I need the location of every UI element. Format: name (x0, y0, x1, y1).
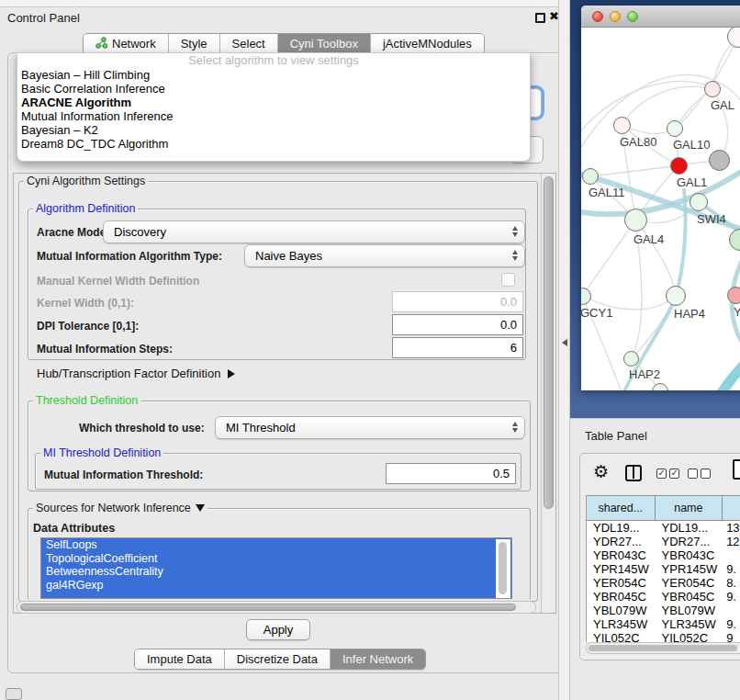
network-node[interactable] (690, 193, 708, 211)
algorithm-option[interactable]: Mutual Information Inference (17, 109, 530, 123)
network-view-window[interactable]: GALGAL80GAL10GAL1GAL11SWI4GAL4GCY1HAP4YH… (581, 6, 740, 390)
deselect-all-checkboxes-icon[interactable] (688, 469, 711, 479)
panel-divider[interactable] (558, 0, 570, 700)
tab-cyni-toolbox[interactable]: Cyni Toolbox (278, 34, 371, 53)
tab-infer-network[interactable]: Infer Network (331, 649, 425, 669)
tab-discretize-data[interactable]: Discretize Data (225, 649, 331, 669)
cell-name: YBR045C (656, 590, 723, 604)
network-node[interactable] (624, 209, 647, 231)
table-row[interactable]: YIL052C YIL052C 9 (587, 631, 740, 642)
column-layout-icon[interactable] (625, 465, 642, 481)
apply-button[interactable]: Apply (246, 619, 310, 640)
dpi-tolerance-field[interactable]: 0.0 (392, 314, 523, 335)
table-horizontal-scrollbar[interactable] (586, 642, 740, 654)
algorithm-dropdown: Select algorithm to view settings Bayesi… (17, 52, 531, 162)
column-header-partial[interactable] (723, 495, 740, 521)
column-header-shared-name[interactable]: shared... (587, 495, 656, 521)
scrollbar-thumb[interactable] (544, 176, 554, 509)
network-node[interactable] (667, 120, 683, 137)
column-header-name[interactable]: name (656, 495, 723, 521)
scrollbar-thumb[interactable] (499, 542, 507, 594)
table-row[interactable]: YDR27... YDR27... 12 (587, 535, 740, 548)
control-panel: Control Panel ✖ Network Style Select Cyn… (0, 0, 570, 700)
mi-algorithm-type-combo[interactable]: Naive Bayes (244, 244, 525, 267)
network-window-titlebar[interactable] (581, 6, 740, 28)
window-minimize-button[interactable] (610, 11, 621, 22)
mi-steps-field[interactable]: 6 (392, 337, 523, 358)
cell-value: 8. (723, 576, 740, 590)
table-header-row: shared... name (587, 495, 740, 521)
tab-style[interactable]: Style (169, 34, 220, 53)
network-node[interactable] (666, 286, 686, 306)
table-row[interactable]: YDL19... YDL19... 13 (587, 521, 740, 535)
which-threshold-combo[interactable]: MI Threshold (215, 416, 525, 439)
aracne-mode-combo[interactable]: Discovery (103, 220, 525, 243)
window-zoom-button[interactable] (627, 11, 638, 22)
table-row[interactable]: YPR145W YPR145W 9. (587, 562, 740, 576)
attribute-item[interactable]: SelfLoops (41, 538, 511, 552)
tab-network[interactable]: Network (84, 34, 169, 53)
kernel-width-field[interactable]: 0.0 (392, 291, 523, 312)
gear-icon[interactable]: ⚙ (593, 461, 609, 482)
data-attributes-label: Data Attributes (33, 522, 115, 535)
cell-name: YLR345W (656, 617, 723, 631)
network-node[interactable] (704, 81, 721, 97)
window-close-button[interactable] (592, 11, 603, 22)
sources-group-title[interactable]: Sources for Network Inference (33, 502, 207, 514)
cell-value (723, 604, 740, 617)
algorithm-option[interactable]: Bayesian – K2 (17, 123, 530, 137)
tab-jactivemnodules[interactable]: jActiveMNodules (371, 34, 484, 53)
network-node-label: GAL4 (633, 232, 664, 246)
table-row[interactable]: YBR045C YBR045C 9. (587, 590, 740, 604)
manual-kernel-width-checkbox[interactable] (501, 273, 515, 287)
algorithm-option[interactable]: Basic Correlation Inference (17, 82, 530, 96)
network-node-label: Y (734, 305, 740, 319)
float-window-icon[interactable] (535, 13, 545, 23)
docked-panel-icon[interactable] (6, 688, 22, 700)
table-panel-title: Table Panel (585, 429, 647, 443)
network-node[interactable] (613, 117, 631, 134)
settings-vertical-scrollbar[interactable] (541, 174, 555, 613)
new-table-icon[interactable] (733, 459, 740, 480)
tab-discretize-label: Discretize Data (237, 652, 318, 666)
network-node-label: HAP2 (629, 367, 660, 381)
network-canvas[interactable]: GALGAL80GAL10GAL1GAL11SWI4GAL4GCY1HAP4YH… (581, 28, 740, 390)
cell-name: YDR27... (656, 535, 723, 548)
tab-select[interactable]: Select (220, 34, 278, 53)
tab-impute-data[interactable]: Impute Data (135, 649, 225, 669)
cell-value: 9. (723, 590, 740, 604)
tab-style-label: Style (181, 37, 207, 51)
select-all-checkboxes-icon[interactable] (656, 469, 679, 479)
table-row[interactable]: YBL079W YBL079W (587, 604, 740, 617)
collapse-left-icon[interactable] (562, 339, 567, 346)
attribute-item[interactable]: BetweennessCentrality (41, 565, 511, 579)
cell-shared-name: YLR345W (587, 617, 656, 631)
network-node-label: GAL10 (673, 138, 710, 152)
table-row[interactable]: YER054C YER054C 8. (587, 576, 740, 590)
algorithm-option[interactable]: Bayesian – Hill Climbing (17, 68, 530, 82)
network-node[interactable] (623, 351, 639, 367)
settings-horizontal-scrollbar[interactable] (17, 601, 536, 614)
algorithm-option[interactable]: Dream8 DC_TDC Algorithm (17, 137, 530, 151)
network-node[interactable] (582, 168, 599, 185)
attribute-item[interactable]: gal4RGexp (41, 579, 511, 593)
network-node[interactable] (709, 150, 730, 171)
aracne-mode-value: Discovery (114, 225, 166, 239)
sources-title-label: Sources for Network Inference (36, 502, 191, 514)
table-row[interactable]: YBR043C YBR043C (587, 548, 740, 562)
mi-algorithm-type-value: Naive Bayes (255, 249, 322, 263)
data-attributes-list[interactable]: SelfLoops TopologicalCoefficient Between… (40, 537, 512, 599)
network-node[interactable] (727, 287, 740, 304)
algorithm-option-highlighted[interactable]: ARACNE Algorithm (17, 96, 530, 109)
table-row[interactable]: YLR345W YLR345W 9. (587, 617, 740, 631)
cell-name: YIL052C (656, 631, 723, 642)
cell-shared-name: YDR27... (587, 535, 656, 548)
hub-definition-toggle[interactable]: Hub/Transcription Factor Definition (37, 367, 235, 380)
network-node[interactable] (670, 157, 688, 175)
scrollbar-thumb[interactable] (20, 604, 516, 611)
mi-threshold-field[interactable]: 0.5 (386, 463, 516, 484)
scrollbar-thumb[interactable] (589, 645, 737, 651)
attribute-item[interactable]: TopologicalCoefficient (41, 552, 511, 566)
attributes-list-scrollbar[interactable] (496, 539, 510, 599)
tab-impute-label: Impute Data (147, 652, 212, 666)
